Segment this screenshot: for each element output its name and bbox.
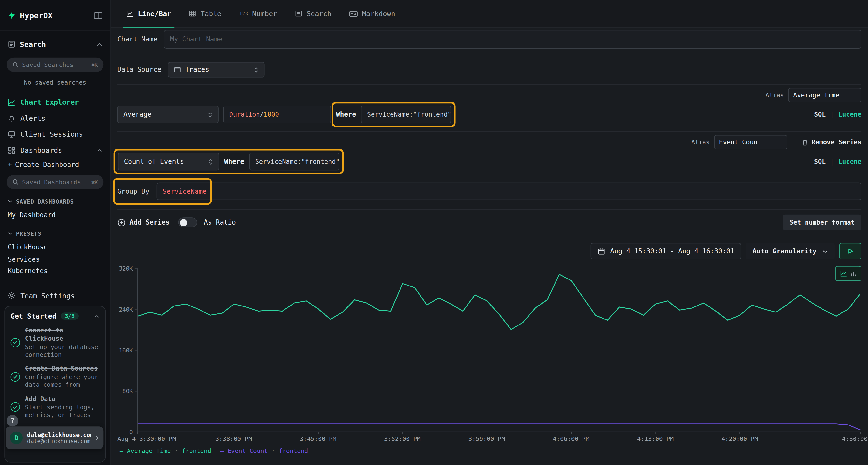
- chart-plot[interactable]: [137, 268, 860, 432]
- sql-mode-link[interactable]: SQL: [814, 158, 826, 165]
- create-dashboard-label: Create Dashboard: [15, 161, 79, 169]
- remove-series-button[interactable]: Remove Series: [802, 138, 861, 146]
- chevron-up-icon[interactable]: [94, 314, 100, 318]
- get-started-item-title: Connect to ClickHouse: [25, 327, 100, 343]
- presets-header[interactable]: PRESETS: [0, 228, 110, 238]
- alias-label: Alias: [766, 92, 784, 99]
- tab-search[interactable]: Search: [286, 0, 340, 27]
- field-fn: Duration: [229, 110, 260, 118]
- add-series-button[interactable]: Add Series: [117, 218, 169, 227]
- lucene-mode-link[interactable]: Lucene: [838, 158, 861, 165]
- saved-dashboards-header-label: SAVED DASHBOARDS: [16, 198, 74, 204]
- app-window: HyperDX Search ⌘K No saved searches Char…: [0, 0, 868, 465]
- brand[interactable]: HyperDX: [8, 11, 53, 20]
- list-lines-icon: [295, 10, 302, 17]
- get-started-progress-badge: 3/3: [61, 312, 79, 320]
- sidebar-item-dashboards[interactable]: Dashboards: [0, 142, 110, 158]
- sql-mode-link[interactable]: SQL: [814, 110, 826, 118]
- chevron-right-icon: [95, 435, 99, 441]
- series2-aggregation-select[interactable]: Count of Events: [118, 153, 219, 170]
- user-menu[interactable]: D dale@clickhouse.com dale@clickhouse.co…: [5, 427, 103, 449]
- preset-item-clickhouse[interactable]: ClickHouse: [0, 241, 110, 254]
- series1-aggregation-select[interactable]: Average: [117, 106, 219, 123]
- saved-dashboards-input[interactable]: ⌘K: [7, 175, 104, 189]
- series1-field-input[interactable]: Duration/1000: [223, 106, 331, 123]
- tab-markdown[interactable]: Markdown: [340, 0, 404, 27]
- series-row-2: Count of Events Where ServiceName:"front…: [117, 153, 862, 170]
- group-by-input[interactable]: ServiceName: [156, 182, 861, 200]
- get-started-item-desc: Set up your database connection: [25, 343, 100, 359]
- series2-alias-input[interactable]: [714, 135, 787, 150]
- remove-series-label: Remove Series: [812, 138, 862, 146]
- series1-where-input[interactable]: ServiceName:"frontend": [361, 106, 451, 123]
- sidebar-item-label: Client Sessions: [21, 130, 83, 138]
- add-series-label: Add Series: [129, 219, 169, 226]
- series2-where-input[interactable]: ServiceName:"frontend": [249, 153, 339, 170]
- field-arg: 1000: [264, 110, 279, 118]
- sidebar-item-client-sessions[interactable]: Client Sessions: [0, 126, 110, 142]
- saved-searches-field[interactable]: [22, 61, 88, 68]
- table-icon: [189, 10, 196, 17]
- saved-dashboards-header[interactable]: SAVED DASHBOARDS: [0, 196, 110, 206]
- series1-alias-input[interactable]: [788, 88, 861, 102]
- tab-number[interactable]: 123 Number: [230, 0, 286, 27]
- check-circle-icon: [10, 372, 20, 381]
- get-started-item[interactable]: Add Data Start sending logs, metrics, or…: [10, 395, 100, 419]
- chart-name-input[interactable]: [170, 35, 855, 43]
- sidebar-item-chart-explorer[interactable]: Chart Explorer: [0, 94, 110, 110]
- user-email: dale@clickhouse.com: [27, 432, 91, 438]
- line-chart-icon: [126, 10, 133, 17]
- calendar-icon: [598, 247, 606, 255]
- run-query-button[interactable]: [839, 243, 862, 260]
- granularity-select[interactable]: Auto Granularity: [746, 243, 835, 260]
- legend-item[interactable]: — Average Time · frontend: [120, 447, 211, 455]
- tab-table[interactable]: Table: [180, 0, 230, 27]
- as-ratio-label: As Ratio: [204, 219, 236, 226]
- chart-display-toggle[interactable]: [835, 266, 862, 281]
- tab-line-bar[interactable]: Line/Bar: [117, 0, 180, 27]
- group-by-value: ServiceName: [163, 188, 207, 195]
- sidebar-header: HyperDX: [0, 0, 110, 31]
- get-started-item-desc: Configure where your data comes from: [25, 373, 100, 389]
- check-circle-icon: [10, 338, 20, 347]
- chevron-up-icon: [97, 148, 102, 152]
- preset-item-kubernetes[interactable]: Kubernetes: [0, 265, 110, 276]
- aggregation-value: Count of Events: [124, 158, 184, 165]
- as-ratio-toggle[interactable]: [179, 217, 197, 227]
- mode-separator: |: [830, 110, 834, 118]
- sidebar-item-alerts[interactable]: Alerts: [0, 110, 110, 126]
- team-settings-label: Team Settings: [21, 291, 75, 299]
- markdown-icon: [349, 10, 357, 17]
- preset-item-services[interactable]: Services: [0, 254, 110, 265]
- sidebar-item-team-settings[interactable]: Team Settings: [0, 289, 110, 302]
- legend-item[interactable]: — Event Count · frontend: [220, 447, 308, 455]
- get-started-item[interactable]: Create Data Sources Configure where your…: [10, 365, 100, 389]
- chart-explorer-form: Chart Name Data Source Traces Alias: [111, 28, 868, 464]
- create-dashboard-button[interactable]: + Create Dashboard: [0, 158, 110, 171]
- get-started-item[interactable]: Connect to ClickHouse Set up your databa…: [10, 327, 100, 359]
- collapse-sidebar-icon[interactable]: [94, 11, 102, 19]
- help-button[interactable]: ?: [7, 415, 18, 427]
- saved-searches-input[interactable]: ⌘K: [7, 58, 104, 72]
- tab-label: Number: [252, 9, 277, 18]
- sidebar-section-search[interactable]: Search: [0, 38, 110, 51]
- chart-type-tabbar: Line/Bar Table 123 Number Search Markdow…: [111, 0, 868, 28]
- line-chart-icon[interactable]: [840, 270, 847, 277]
- y-axis-labels: 080K160K240K320K: [117, 268, 134, 432]
- date-range-picker[interactable]: Aug 4 15:30:01 - Aug 4 16:30:01: [591, 243, 741, 260]
- tab-label: Search: [306, 9, 332, 18]
- lucene-mode-link[interactable]: Lucene: [838, 110, 861, 118]
- chart-svg: [138, 268, 860, 432]
- set-number-format-button[interactable]: Set number format: [783, 215, 861, 230]
- search-icon: [12, 179, 19, 186]
- chart-legend: — Average Time · frontend— Event Count ·…: [120, 447, 308, 455]
- granularity-value: Auto Granularity: [752, 247, 816, 255]
- select-stepper-icon: [208, 111, 213, 118]
- data-source-select[interactable]: Traces: [168, 62, 265, 77]
- no-saved-searches-text: No saved searches: [0, 79, 110, 86]
- saved-dashboards-field[interactable]: [22, 178, 88, 186]
- dashboard-item-my-dashboard[interactable]: My Dashboard: [0, 209, 110, 222]
- bar-chart-icon[interactable]: [850, 270, 857, 277]
- sidebar-item-label: Chart Explorer: [21, 98, 79, 106]
- series2-highlight-group: Count of Events Where ServiceName:"front…: [117, 153, 340, 170]
